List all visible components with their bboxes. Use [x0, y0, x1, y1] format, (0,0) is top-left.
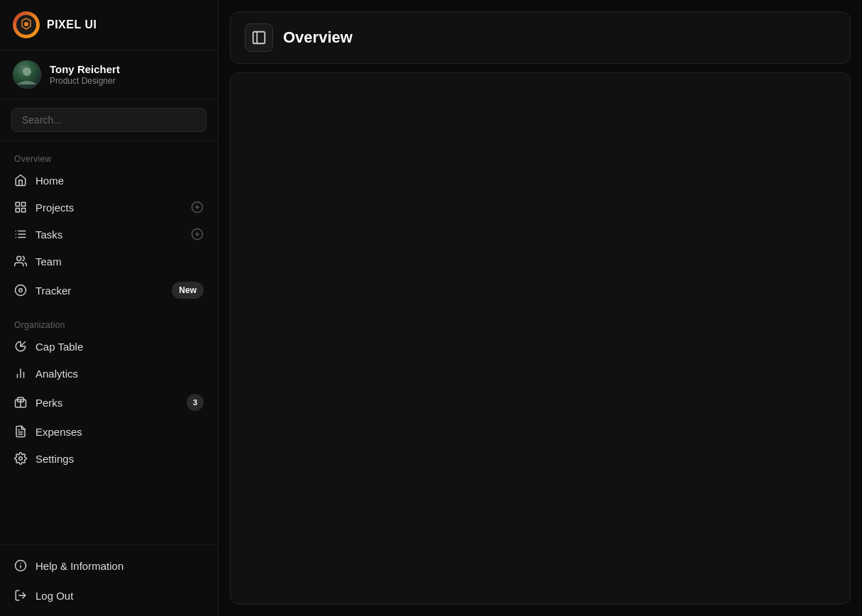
page-icon-box: [245, 23, 273, 52]
user-role: Product Designer: [50, 76, 120, 86]
sidebar-item-projects[interactable]: Projects: [0, 194, 218, 221]
sidebar-item-analytics[interactable]: Analytics: [0, 360, 218, 387]
tasks-icon: [14, 228, 27, 241]
tasks-add-icon[interactable]: [191, 228, 204, 241]
sidebar-item-label: Home: [35, 175, 204, 187]
help-icon: [14, 559, 27, 572]
layout-icon: [251, 30, 267, 45]
svg-rect-7: [22, 209, 26, 212]
search-container: [0, 99, 218, 141]
projects-add-icon[interactable]: [191, 201, 204, 214]
help-item[interactable]: Help & Information: [0, 551, 218, 581]
app-logo: [13, 11, 40, 38]
organization-section-label: Organization: [0, 314, 218, 333]
sidebar-item-tracker[interactable]: Tracker New: [0, 275, 218, 306]
sidebar-item-label: Tasks: [35, 229, 182, 241]
projects-icon: [14, 201, 27, 214]
tracker-icon: [14, 284, 27, 297]
sidebar-item-expenses[interactable]: Expenses: [0, 418, 218, 445]
perks-count-badge: 3: [187, 394, 204, 411]
perks-icon: [14, 396, 27, 409]
overview-section-label: Overview: [0, 148, 218, 167]
svg-rect-5: [22, 202, 26, 206]
sidebar-item-label: Cap Table: [35, 341, 204, 353]
user-section: Tony Reichert Product Designer: [0, 50, 218, 99]
sidebar-item-home[interactable]: Home: [0, 167, 218, 194]
svg-point-20: [17, 256, 21, 260]
logout-label: Log Out: [35, 590, 73, 602]
sidebar-item-label: Expenses: [35, 426, 204, 438]
sidebar: PIXEL UI Tony Reichert Product Designer: [0, 0, 219, 616]
page-header: Overview: [230, 11, 851, 64]
logout-item[interactable]: Log Out: [0, 581, 218, 610]
tracker-new-badge: New: [172, 282, 204, 299]
svg-point-3: [23, 67, 31, 76]
user-info: Tony Reichert Product Designer: [50, 63, 120, 86]
sidebar-item-team[interactable]: Team: [0, 248, 218, 275]
sidebar-item-label: Settings: [35, 453, 204, 465]
svg-rect-4: [16, 202, 19, 206]
sidebar-item-settings[interactable]: Settings: [0, 445, 218, 472]
sidebar-item-perks[interactable]: Perks 3: [0, 387, 218, 418]
cap-table-icon: [14, 340, 27, 353]
settings-icon: [14, 452, 27, 465]
sidebar-item-tasks[interactable]: Tasks: [0, 221, 218, 248]
svg-point-21: [16, 285, 26, 296]
svg-rect-36: [253, 32, 265, 44]
sidebar-footer: Help & Information Log Out: [0, 544, 218, 616]
user-name: Tony Reichert: [50, 63, 120, 75]
main-content: Overview: [219, 0, 862, 616]
sidebar-item-label: Analytics: [35, 368, 204, 380]
app-header: PIXEL UI: [0, 0, 218, 50]
svg-point-31: [19, 457, 23, 461]
sidebar-item-label: Tracker: [35, 285, 163, 297]
svg-point-1: [24, 22, 28, 26]
expenses-icon: [14, 425, 27, 438]
main-body: [230, 72, 851, 605]
help-label: Help & Information: [35, 560, 123, 572]
sidebar-item-label: Perks: [35, 397, 178, 409]
svg-rect-6: [16, 209, 19, 212]
sidebar-item-label: Projects: [35, 202, 182, 214]
home-icon: [14, 174, 27, 187]
app-name: PIXEL UI: [47, 18, 96, 31]
avatar: [13, 60, 41, 89]
sidebar-item-cap-table[interactable]: Cap Table: [0, 333, 218, 360]
svg-point-22: [19, 289, 23, 292]
nav-section: Overview Home Projects: [0, 141, 218, 544]
search-input[interactable]: [11, 108, 206, 132]
team-icon: [14, 255, 27, 268]
sidebar-item-label: Team: [35, 255, 204, 268]
page-title: Overview: [283, 28, 353, 47]
logout-icon: [14, 589, 27, 602]
analytics-icon: [14, 367, 27, 380]
